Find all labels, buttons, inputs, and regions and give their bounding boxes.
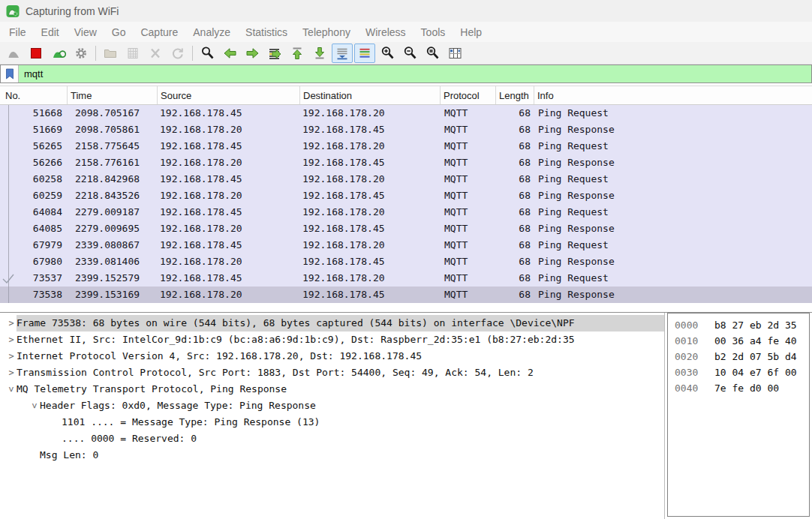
detail-line-text: MQ Telemetry Transport Protocol, Ping Re…: [17, 381, 290, 398]
resize-columns-button[interactable]: [444, 44, 465, 63]
packet-row[interactable]: 679802339.081406192.168.178.20192.168.17…: [0, 254, 812, 270]
hex-bytes[interactable]: 00 36 a4 fe 40: [707, 335, 797, 346]
packet-cell-no: 56266: [0, 154, 68, 171]
packet-cell-time: 2218.843526: [68, 188, 158, 204]
packet-row[interactable]: 735372399.152579192.168.178.45192.168.17…: [0, 270, 812, 286]
packet-cell-source: 192.168.178.45: [158, 171, 300, 188]
column-header-length[interactable]: Length: [496, 86, 534, 104]
start-capture-button[interactable]: [3, 44, 24, 63]
go-to-packet-icon: [268, 46, 282, 60]
auto-scroll-toggle[interactable]: [332, 44, 353, 63]
title-bar: Capturing from WiFi: [0, 0, 812, 22]
stop-capture-button[interactable]: [26, 44, 47, 63]
chevron-right-icon[interactable]: >: [6, 332, 17, 348]
menu-item-help[interactable]: Help: [453, 24, 489, 40]
detail-line[interactable]: .... 0000 = Reserved: 0: [0, 430, 664, 447]
go-back-button[interactable]: [219, 44, 240, 63]
packet-cell-no: 56265: [0, 138, 68, 154]
menu-item-go[interactable]: Go: [104, 24, 134, 40]
column-header-info[interactable]: Info: [534, 86, 812, 104]
hex-bytes[interactable]: 10 04 e7 6f 00: [707, 367, 797, 378]
packet-row[interactable]: 602592218.843526192.168.178.20192.168.17…: [0, 188, 812, 204]
capture-options-button[interactable]: [71, 44, 92, 63]
folder-open-icon: [104, 46, 117, 60]
menu-item-edit[interactable]: Edit: [34, 24, 67, 40]
detail-line[interactable]: >Transmission Control Protocol, Src Port…: [0, 364, 664, 381]
zoom-reset-button[interactable]: [422, 44, 443, 63]
packet-cell-no: 64085: [0, 220, 68, 237]
hex-bytes[interactable]: 7e fe d0 00: [707, 382, 779, 394]
packet-row[interactable]: 679792339.080867192.168.178.45192.168.17…: [0, 237, 812, 254]
restart-capture-icon: [52, 46, 66, 60]
packet-row[interactable]: 562662158.776161192.168.178.20192.168.17…: [0, 154, 812, 171]
display-filter-input[interactable]: [19, 68, 811, 80]
chevron-right-icon[interactable]: >: [6, 364, 17, 381]
zoom-out-button[interactable]: [399, 44, 420, 63]
hex-bytes[interactable]: b2 2d 07 5b d4: [707, 351, 797, 362]
detail-line[interactable]: Msg Len: 0: [0, 447, 664, 464]
packet-cell-time: 2158.776161: [68, 154, 158, 171]
hex-bytes[interactable]: b8 27 eb 2d 35: [707, 320, 797, 331]
zoom-in-button[interactable]: [377, 44, 398, 63]
detail-line[interactable]: 1101 .... = Message Type: Ping Response …: [0, 414, 664, 430]
packet-cell-source: 192.168.178.45: [158, 105, 300, 122]
detail-line[interactable]: >Ethernet II, Src: IntelCor_9d:1b:c9 (bc…: [0, 332, 664, 348]
column-header-time[interactable]: Time: [68, 86, 158, 104]
column-header-source[interactable]: Source: [158, 86, 300, 104]
open-file-button[interactable]: [100, 44, 121, 63]
detail-indent: [51, 414, 62, 430]
filter-field: [19, 65, 811, 82]
go-to-packet-button[interactable]: [264, 44, 285, 63]
packet-cell-info: Ping Response: [534, 220, 812, 237]
menu-item-telephony[interactable]: Telephony: [295, 24, 358, 40]
packet-cell-source: 192.168.178.20: [158, 286, 300, 303]
packet-cell-source: 192.168.178.20: [158, 254, 300, 270]
save-file-button[interactable]: [122, 44, 143, 63]
close-file-button[interactable]: [145, 44, 166, 63]
packet-row[interactable]: 562652158.775645192.168.178.45192.168.17…: [0, 138, 812, 154]
wireshark-logo-icon: [6, 4, 20, 18]
filter-bookmark-button[interactable]: [1, 65, 19, 82]
go-last-packet-button[interactable]: [309, 44, 330, 63]
restart-capture-button[interactable]: [48, 44, 69, 63]
column-header-protocol[interactable]: Protocol: [441, 86, 496, 104]
chevron-down-icon[interactable]: >: [26, 400, 43, 411]
menu-item-analyze[interactable]: Analyze: [185, 24, 238, 40]
packet-cell-destination: 192.168.178.45: [300, 254, 441, 270]
chevron-right-icon[interactable]: >: [6, 315, 17, 332]
chevron-down-icon[interactable]: >: [3, 384, 20, 394]
packet-row[interactable]: 516682098.705167192.168.178.45192.168.17…: [0, 105, 812, 122]
column-header-no[interactable]: No.: [0, 86, 68, 104]
packet-row[interactable]: 735382399.153169192.168.178.20192.168.17…: [0, 286, 812, 303]
packet-row[interactable]: 640852279.009695192.168.178.20192.168.17…: [0, 220, 812, 237]
hex-row: 001000 36 a4 fe 40: [675, 333, 809, 349]
detail-line-text: Msg Len: 0: [40, 447, 101, 464]
colorize-toggle[interactable]: [354, 44, 375, 63]
menu-item-tools[interactable]: Tools: [414, 24, 453, 40]
find-packet-button[interactable]: [197, 44, 218, 63]
packet-row[interactable]: 640842279.009187192.168.178.45192.168.17…: [0, 204, 812, 220]
go-first-packet-button[interactable]: [287, 44, 308, 63]
menu-item-capture[interactable]: Capture: [133, 24, 185, 40]
go-forward-button[interactable]: [242, 44, 263, 63]
detail-line[interactable]: >MQ Telemetry Transport Protocol, Ping R…: [0, 381, 664, 398]
reload-file-button[interactable]: [167, 44, 188, 63]
packet-row[interactable]: 516692098.705861192.168.178.20192.168.17…: [0, 122, 812, 138]
detail-line[interactable]: >Frame 73538: 68 bytes on wire (544 bits…: [0, 315, 664, 332]
display-filter-bar: [0, 64, 812, 83]
packet-cell-protocol: MQTT: [441, 138, 496, 154]
menu-item-view[interactable]: View: [67, 24, 104, 40]
detail-line[interactable]: >Header Flags: 0xd0, Message Type: Ping …: [0, 398, 664, 414]
menu-item-file[interactable]: File: [2, 24, 34, 40]
detail-line[interactable]: >Internet Protocol Version 4, Src: 192.1…: [0, 348, 664, 364]
chevron-right-icon[interactable]: >: [6, 348, 17, 364]
column-header-destination[interactable]: Destination: [300, 86, 441, 104]
packet-cell-destination: 192.168.178.20: [300, 270, 441, 286]
packet-cell-time: 2339.081406: [68, 254, 158, 270]
packet-cell-source: 192.168.178.20: [158, 154, 300, 171]
packet-list-filler: [0, 303, 812, 312]
menu-item-statistics[interactable]: Statistics: [238, 24, 295, 40]
menu-item-wireless[interactable]: Wireless: [358, 24, 414, 40]
packet-row[interactable]: 602582218.842968192.168.178.45192.168.17…: [0, 171, 812, 188]
hex-offset: 0010: [675, 333, 707, 349]
